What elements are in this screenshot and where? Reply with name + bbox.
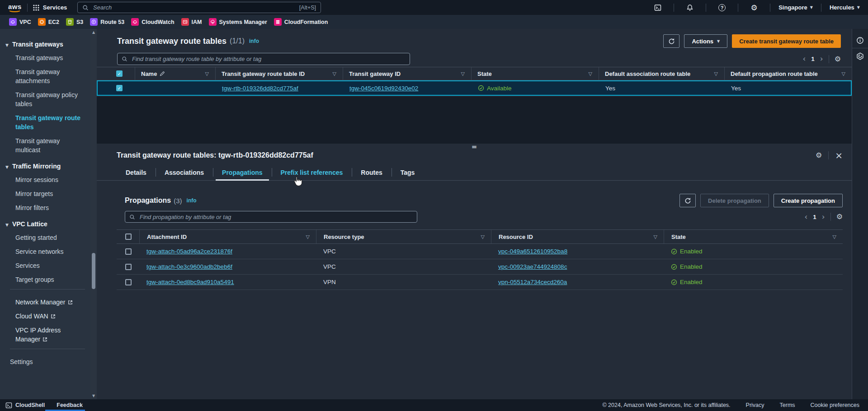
- favorite-ec2[interactable]: EC2: [38, 18, 59, 26]
- sidebar-item-transit-gateway-route-tables[interactable]: Transit gateway route tables: [15, 113, 85, 131]
- propagations-refresh-button[interactable]: [679, 194, 696, 207]
- filter-icon[interactable]: ▽: [333, 71, 336, 77]
- sidebar-section-transit-gateways[interactable]: ▼ Transit gateways: [5, 41, 85, 48]
- refresh-button[interactable]: [663, 34, 679, 48]
- sidebar-item-mirror-targets[interactable]: Mirror targets: [15, 189, 85, 198]
- cookie-preferences-link[interactable]: Cookie preferences: [811, 402, 859, 408]
- filter-icon[interactable]: ▽: [714, 71, 718, 77]
- info-panel-icon[interactable]: [852, 33, 868, 48]
- services-menu[interactable]: Services: [33, 4, 67, 11]
- route-table-filter-input[interactable]: [131, 55, 406, 63]
- search-input[interactable]: [92, 4, 296, 11]
- region-selector[interactable]: Singapore ▼: [776, 0, 816, 15]
- previous-page-icon[interactable]: ‹: [805, 213, 808, 221]
- panel-preferences-gear-icon[interactable]: ⚙: [816, 152, 822, 159]
- tab-prefix-list-references[interactable]: Prefix list references: [272, 164, 352, 180]
- settings-gear-icon[interactable]: ⚙: [744, 0, 764, 15]
- table-row[interactable]: tgw-attach-05ad96a2ce231876f VPC vpc-049…: [117, 244, 843, 259]
- info-link[interactable]: info: [249, 38, 259, 44]
- filter-icon[interactable]: ▽: [306, 234, 310, 240]
- privacy-link[interactable]: Privacy: [746, 402, 764, 408]
- attachment-id-link[interactable]: tgw-attach-0e3c9600adb2beb6f: [146, 263, 232, 270]
- page-number[interactable]: 1: [813, 214, 816, 220]
- filter-icon[interactable]: ▽: [654, 234, 657, 240]
- scroll-up-icon[interactable]: ▲: [90, 30, 97, 34]
- table-row[interactable]: ✓ tgw-rtb-019326dd82cd775af tgw-045c0619…: [97, 80, 852, 96]
- sidebar-item-transit-gateway-multicast[interactable]: Transit gateway multicast: [15, 136, 85, 154]
- sidebar-item-services[interactable]: Services: [15, 261, 85, 270]
- favorite-route53[interactable]: Route 53: [90, 18, 124, 26]
- transit-gateway-id-link[interactable]: tgw-045c0619d92430e02: [349, 85, 418, 92]
- tab-details[interactable]: Details: [117, 164, 156, 180]
- sidebar-link-vpc-ip-address-manager[interactable]: VPC IP Address Manager: [15, 326, 85, 344]
- select-all-checkbox[interactable]: ✓: [116, 70, 123, 77]
- favorite-cloudwatch[interactable]: CloudWatch: [131, 18, 174, 26]
- route-table-filter[interactable]: [117, 53, 410, 65]
- preferences-gear-icon[interactable]: ⚙: [835, 56, 841, 63]
- tab-associations[interactable]: Associations: [156, 164, 213, 180]
- row-checkbox[interactable]: ✓: [116, 85, 123, 91]
- next-page-icon[interactable]: ›: [822, 213, 825, 221]
- sidebar-scrollbar[interactable]: ▲ ▼: [90, 29, 97, 399]
- feedback-button[interactable]: Feedback: [57, 402, 83, 408]
- filter-icon[interactable]: ▽: [205, 71, 209, 77]
- sidebar-item-target-groups[interactable]: Target groups: [15, 275, 85, 284]
- sidebar-item-getting-started[interactable]: Getting started: [15, 233, 85, 242]
- favorite-vpc[interactable]: VPC: [9, 18, 31, 26]
- sidebar-item-mirror-sessions[interactable]: Mirror sessions: [15, 175, 85, 184]
- preferences-gear-icon[interactable]: ⚙: [836, 213, 843, 220]
- favorite-s3[interactable]: S3: [66, 18, 83, 26]
- sidebar-section-traffic-mirroring[interactable]: ▼ Traffic Mirroring: [5, 163, 85, 170]
- tab-propagations[interactable]: Propagations: [213, 164, 271, 180]
- resource-id-link[interactable]: vpc-00923ae744924808c: [498, 263, 567, 270]
- filter-icon[interactable]: ▽: [461, 71, 465, 77]
- amazon-q-hexagon-icon[interactable]: [852, 48, 868, 64]
- scrollbar-thumb[interactable]: [92, 253, 95, 289]
- filter-icon[interactable]: ▽: [589, 71, 592, 77]
- help-icon[interactable]: ?: [712, 0, 732, 15]
- global-search[interactable]: [Alt+S]: [77, 2, 321, 13]
- sidebar-item-transit-gateways[interactable]: Transit gateways: [15, 53, 85, 62]
- filter-icon[interactable]: ▽: [833, 234, 836, 240]
- sidebar-item-service-networks[interactable]: Service networks: [15, 247, 85, 256]
- table-row[interactable]: tgw-attach-0e3c9600adb2beb6f VPC vpc-009…: [117, 259, 843, 275]
- tab-routes[interactable]: Routes: [352, 164, 391, 180]
- propagation-filter-input[interactable]: [139, 213, 413, 221]
- cloudshell-footer-button[interactable]: CloudShell: [5, 402, 45, 409]
- sidebar-link-cloud-wan[interactable]: Cloud WAN: [15, 312, 85, 321]
- tab-tags[interactable]: Tags: [392, 164, 424, 180]
- row-checkbox[interactable]: [125, 279, 132, 285]
- route-table-id-link[interactable]: tgw-rtb-019326dd82cd775af: [222, 85, 298, 92]
- panel-resize-handle[interactable]: =: [472, 144, 477, 150]
- attachment-id-link[interactable]: tgw-attach-0ed8bc9ad910a5491: [146, 279, 234, 285]
- account-menu[interactable]: Hercules ▼: [827, 0, 863, 15]
- sidebar-item-transit-gateway-attachments[interactable]: Transit gateway attachments: [15, 67, 85, 85]
- sidebar-item-mirror-filters[interactable]: Mirror filters: [15, 203, 85, 212]
- row-checkbox[interactable]: [125, 264, 132, 270]
- actions-button[interactable]: Actions ▼: [684, 34, 727, 48]
- info-link[interactable]: info: [187, 197, 197, 204]
- terms-link[interactable]: Terms: [780, 402, 795, 408]
- panel-close-icon[interactable]: ×: [835, 151, 843, 160]
- delete-propagation-button[interactable]: Delete propagation: [700, 194, 769, 207]
- scroll-down-icon[interactable]: ▼: [90, 394, 97, 398]
- create-propagation-button[interactable]: Create propagation: [774, 194, 843, 207]
- sidebar-item-settings[interactable]: Settings: [10, 357, 85, 366]
- create-route-table-button[interactable]: Create transit gateway route table: [732, 34, 841, 48]
- table-row[interactable]: tgw-attach-0ed8bc9ad910a5491 VPN vpn-055…: [117, 275, 843, 290]
- sidebar-section-vpc-lattice[interactable]: ▼ VPC Lattice: [5, 220, 85, 228]
- sidebar-item-transit-gateway-policy-tables[interactable]: Transit gateway policy tables: [15, 90, 85, 108]
- page-number[interactable]: 1: [811, 56, 815, 62]
- filter-icon[interactable]: ▽: [481, 234, 485, 240]
- attachment-id-link[interactable]: tgw-attach-05ad96a2ce231876f: [146, 248, 232, 255]
- select-all-checkbox[interactable]: [125, 234, 132, 240]
- aws-logo[interactable]: aws: [8, 3, 22, 12]
- row-checkbox[interactable]: [125, 248, 132, 255]
- filter-icon[interactable]: ▽: [842, 71, 845, 77]
- propagation-filter[interactable]: [125, 211, 417, 223]
- favorite-cloudformation[interactable]: CloudFormation: [274, 18, 328, 26]
- sidebar-link-network-manager[interactable]: Network Manager: [15, 298, 85, 307]
- notifications-bell-icon[interactable]: [679, 0, 700, 15]
- next-page-icon[interactable]: ›: [820, 55, 823, 63]
- favorite-iam[interactable]: IAM: [181, 18, 202, 26]
